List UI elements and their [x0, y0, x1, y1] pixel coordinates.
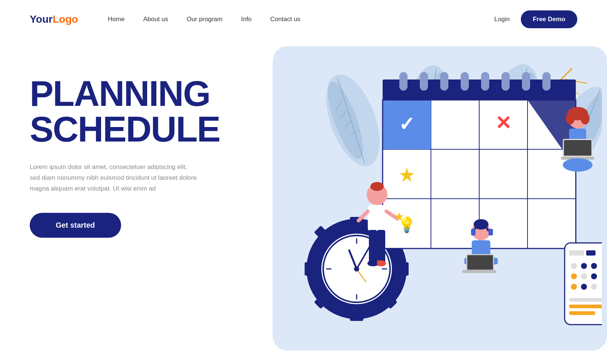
- svg-point-121: [571, 273, 577, 279]
- svg-rect-88: [368, 205, 386, 231]
- svg-rect-26: [350, 310, 363, 321]
- nav-link-info[interactable]: Info: [241, 16, 251, 23]
- svg-rect-100: [488, 229, 493, 235]
- nav-link-about[interactable]: About us: [143, 16, 168, 23]
- svg-point-42: [354, 266, 359, 272]
- svg-point-118: [571, 263, 577, 269]
- svg-point-120: [591, 263, 597, 269]
- svg-rect-117: [586, 250, 595, 256]
- nav-link-home[interactable]: Home: [108, 16, 124, 23]
- svg-rect-127: [569, 298, 602, 302]
- svg-point-125: [581, 284, 587, 290]
- svg-rect-68: [522, 72, 530, 91]
- nav-links: Home About us Our program Info Contact u…: [108, 16, 300, 23]
- svg-point-124: [571, 284, 577, 290]
- svg-text:★: ★: [398, 164, 416, 186]
- svg-rect-128: [569, 305, 602, 308]
- svg-rect-27: [305, 262, 316, 276]
- svg-rect-104: [467, 255, 493, 270]
- svg-point-119: [581, 263, 587, 269]
- svg-rect-28: [397, 262, 409, 276]
- svg-rect-116: [569, 250, 584, 256]
- nav-item-about[interactable]: About us: [143, 16, 168, 23]
- svg-rect-69: [542, 72, 551, 91]
- svg-point-109: [581, 113, 590, 124]
- hero-title: PLANNING SCHEDULE: [30, 76, 223, 147]
- svg-rect-92: [369, 230, 377, 263]
- hero-illustration: ✓ ✕ ★ 💡: [238, 53, 577, 364]
- free-demo-button[interactable]: Free Demo: [521, 10, 577, 28]
- hero-title-line1: PLANNING: [30, 74, 210, 113]
- svg-rect-62: [399, 72, 408, 91]
- svg-text:✓: ✓: [399, 113, 415, 135]
- svg-rect-65: [461, 72, 469, 91]
- nav-item-contact[interactable]: Contact us: [270, 16, 300, 23]
- svg-point-123: [591, 273, 597, 279]
- svg-point-108: [566, 113, 575, 124]
- svg-rect-112: [564, 140, 591, 156]
- svg-rect-67: [501, 72, 510, 91]
- svg-rect-63: [420, 72, 428, 91]
- svg-rect-96: [377, 260, 380, 266]
- main-content: PLANNING SCHEDULE Lorem ipsum dolor sit …: [0, 39, 607, 364]
- login-link[interactable]: Login: [494, 16, 510, 23]
- hero-description: Lorem ipsum dolor sit amet, consectetuer…: [30, 162, 197, 194]
- illustration-svg: ✓ ✕ ★ 💡: [267, 46, 602, 351]
- nav-item-program[interactable]: Our program: [187, 16, 223, 23]
- svg-point-126: [591, 284, 597, 290]
- svg-point-114: [563, 158, 593, 172]
- svg-text:★: ★: [394, 210, 405, 223]
- logo-your: Your: [30, 13, 53, 25]
- svg-point-122: [581, 273, 587, 279]
- svg-rect-129: [569, 311, 595, 315]
- get-started-button[interactable]: Get started: [30, 213, 121, 238]
- hero-title-line2: SCHEDULE: [30, 109, 220, 149]
- svg-rect-64: [440, 72, 448, 91]
- svg-text:✕: ✕: [495, 112, 512, 134]
- logo-logo: Logo: [53, 13, 78, 25]
- svg-rect-66: [481, 72, 489, 91]
- nav-link-program[interactable]: Our program: [187, 16, 223, 23]
- nav-item-info[interactable]: Info: [241, 16, 251, 23]
- nav-item-home[interactable]: Home: [108, 16, 124, 23]
- svg-rect-93: [377, 230, 385, 263]
- nav-right: Login Free Demo: [494, 10, 577, 28]
- navbar: YourLogo Home About us Our program Info …: [0, 0, 607, 39]
- svg-point-86: [370, 182, 384, 191]
- svg-rect-99: [471, 229, 475, 235]
- logo: YourLogo: [30, 13, 78, 25]
- svg-point-94: [367, 260, 379, 266]
- nav-link-contact[interactable]: Contact us: [270, 16, 300, 23]
- hero-left: PLANNING SCHEDULE Lorem ipsum dolor sit …: [30, 53, 223, 238]
- svg-rect-105: [462, 270, 496, 273]
